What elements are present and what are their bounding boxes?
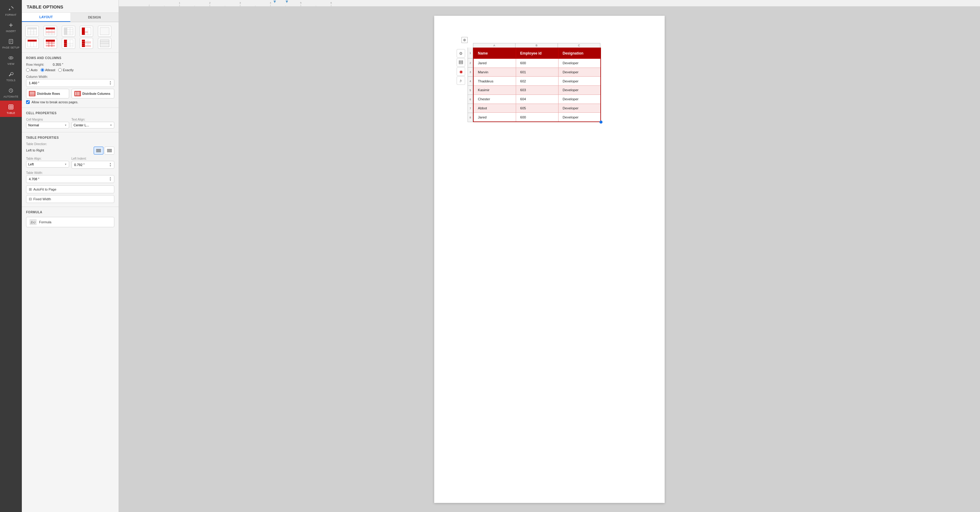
sidebar-item-tools[interactable]: TOOLS	[0, 68, 22, 84]
col-width-down-arrow[interactable]: ▼	[109, 83, 111, 86]
row-num-3: 3	[468, 68, 473, 77]
table-settings-button[interactable]: ⚙	[457, 49, 465, 57]
table-width-down[interactable]: ▼	[109, 179, 111, 181]
svg-text:5: 5	[300, 2, 301, 4]
table-rows-button[interactable]	[457, 58, 465, 67]
col-header-a: A	[473, 43, 515, 48]
insert-icon	[8, 22, 14, 29]
svg-rect-10	[9, 105, 13, 109]
svg-rect-78	[96, 149, 101, 150]
autofit-row: ⊞ AutoFit to Page ⊟ Fixed Width	[26, 185, 114, 203]
td-dev-4[interactable]: Developer	[558, 86, 601, 95]
style-icon-8[interactable]	[62, 38, 75, 49]
dir-rtl-button[interactable]	[105, 147, 114, 154]
radio-exactly-input[interactable]	[58, 68, 62, 72]
td-marvin[interactable]: Marvin	[473, 68, 516, 77]
tab-layout[interactable]: LAYOUT	[22, 13, 70, 22]
svg-rect-48	[46, 41, 55, 43]
style-icon-5[interactable]	[98, 26, 111, 36]
td-jared-2[interactable]: Jared	[473, 113, 516, 122]
td-605[interactable]: 605	[516, 104, 558, 113]
fixed-width-label: Fixed Width	[33, 197, 51, 201]
svg-rect-49	[46, 45, 55, 47]
cell-margins-caret: ▼	[65, 124, 67, 127]
td-dev-6[interactable]: Developer	[558, 104, 601, 113]
table-align-select[interactable]: Left ▼	[26, 161, 69, 168]
distribute-columns-button[interactable]: Distribute Columns	[72, 89, 115, 98]
table-row: Chester 604 Developer	[473, 95, 601, 104]
td-dev-1[interactable]: Developer	[558, 59, 601, 68]
td-602[interactable]: 602	[516, 77, 558, 86]
td-jared-1[interactable]: Jared	[473, 59, 516, 68]
svg-rect-83	[107, 152, 112, 152]
radio-atleast-input[interactable]	[41, 68, 44, 72]
canvas-area[interactable]: ⚙ ◉ fx ⊕ A B C	[119, 7, 980, 512]
td-abbot[interactable]: Abbot	[473, 104, 516, 113]
direction-value: Left to Right	[26, 149, 44, 152]
dir-ltr-button[interactable]	[94, 147, 103, 154]
sidebar-item-table[interactable]: TABLE	[0, 101, 22, 117]
td-kasimir[interactable]: Kasimir	[473, 86, 516, 95]
style-icon-6[interactable]	[25, 38, 39, 49]
table-width-control[interactable]: 4.708 " ▲ ▼	[26, 175, 114, 183]
col-width-arrows[interactable]: ▲ ▼	[109, 81, 111, 86]
svg-text:4: 4	[270, 2, 271, 4]
style-icon-10[interactable]	[98, 38, 111, 49]
left-indent-arrows[interactable]: ▲ ▼	[109, 162, 111, 167]
cell-margins-select[interactable]: Normal ▼	[26, 122, 69, 128]
td-600-1[interactable]: 600	[516, 59, 558, 68]
ruler-horizontal: 1 2 3 4 5 6	[119, 0, 980, 7]
td-dev-5[interactable]: Developer	[558, 95, 601, 104]
td-dev-7[interactable]: Developer	[558, 113, 601, 122]
radio-atleast-label: Atleast	[45, 68, 56, 72]
left-indent-control[interactable]: 0.792 " ▲ ▼	[72, 161, 115, 169]
td-604[interactable]: 604	[516, 95, 558, 104]
style-icon-2[interactable]	[44, 26, 57, 36]
radio-auto[interactable]: Auto	[26, 68, 38, 72]
table-color-button[interactable]: ◉	[457, 67, 465, 76]
sidebar-item-automate[interactable]: AUTOMATE	[0, 84, 22, 101]
view-icon	[8, 54, 14, 61]
sidebar-item-page-setup[interactable]: PAGE SETUP	[0, 35, 22, 51]
td-thaddeus[interactable]: Thaddeus	[473, 77, 516, 86]
col-headers-row: A B C	[473, 43, 601, 48]
table-width-arrows[interactable]: ▲ ▼	[109, 177, 111, 181]
style-icon-9[interactable]	[80, 38, 93, 49]
row-num-2: 2	[468, 59, 473, 68]
row-num-6: 6	[468, 95, 473, 104]
td-601[interactable]: 601	[516, 68, 558, 77]
col-width-row: Column Width: 1.460 " ▲ ▼	[26, 75, 114, 87]
distribute-rows-button[interactable]: Distribute Rows	[26, 89, 69, 98]
svg-rect-46	[28, 40, 37, 41]
fixed-width-button[interactable]: ⊟ Fixed Width	[26, 195, 114, 203]
td-603[interactable]: 603	[516, 86, 558, 95]
svg-rect-82	[107, 150, 112, 151]
td-dev-3[interactable]: Developer	[558, 77, 601, 86]
style-icon-3[interactable]	[62, 26, 75, 36]
table-move-handle[interactable]: ⊕	[461, 37, 468, 43]
radio-auto-input[interactable]	[26, 68, 30, 72]
sidebar-item-format[interactable]: FORMAT	[0, 2, 22, 19]
automate-icon	[8, 87, 14, 94]
radio-exactly[interactable]: Exactly	[58, 68, 73, 72]
autofit-page-button[interactable]: ⊞ AutoFit to Page	[26, 185, 114, 193]
text-align-select[interactable]: Center L... ▼	[72, 122, 115, 128]
formula-button[interactable]: f(x) Formula	[26, 217, 114, 227]
style-icon-7[interactable]	[44, 38, 57, 49]
td-dev-2[interactable]: Developer	[558, 68, 601, 77]
style-icon-4[interactable]	[80, 26, 93, 36]
svg-rect-73	[30, 95, 35, 95]
allow-break-checkbox[interactable]	[26, 100, 30, 104]
style-icon-1[interactable]	[25, 26, 39, 36]
left-indent-down[interactable]: ▼	[109, 165, 111, 167]
table-width-row: Table Width: 4.708 " ▲ ▼	[26, 171, 114, 183]
radio-atleast[interactable]: Atleast	[41, 68, 56, 72]
table-formula-button[interactable]: fx	[457, 76, 465, 85]
col-width-control[interactable]: 1.460 " ▲ ▼	[26, 79, 114, 87]
tab-design[interactable]: DESIGN	[70, 13, 119, 22]
table-resize-handle[interactable]	[600, 120, 603, 124]
sidebar-item-insert[interactable]: INSERT	[0, 19, 22, 35]
td-600-2[interactable]: 600	[516, 113, 558, 122]
td-chester[interactable]: Chester	[473, 95, 516, 104]
sidebar-item-view[interactable]: VIEW	[0, 51, 22, 68]
